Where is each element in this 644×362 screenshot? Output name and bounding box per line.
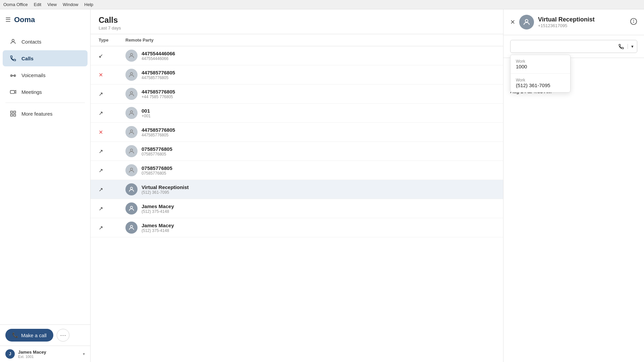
phone-icon: 📞: [12, 332, 18, 338]
call-type-cell: ↗: [99, 91, 125, 97]
party-number: 447585776805: [142, 133, 175, 137]
remote-party-cell: 447585776805 447585776805: [125, 126, 562, 138]
voicemails-icon: [9, 71, 17, 79]
party-avatar: [125, 126, 138, 138]
call-number-input[interactable]: [511, 40, 615, 53]
menu-ooma-office[interactable]: Ooma Office: [3, 2, 28, 7]
sidebar-header: ☰ Ooma: [0, 9, 90, 30]
sidebar-item-calls[interactable]: Calls: [3, 50, 88, 66]
party-name: 07585776805: [142, 165, 172, 171]
user-avatar: J: [5, 349, 15, 359]
party-info: James Macey (512) 375-4148: [142, 203, 174, 214]
party-info: 447554446066 447554446066: [142, 51, 175, 61]
sidebar-item-meetings[interactable]: Meetings: [3, 84, 88, 100]
call-type-cell: ↗: [99, 110, 125, 116]
remote-party-cell: 447585776805 +44 7585 776805: [125, 88, 562, 100]
party-info: 07585776805 07585776805: [142, 165, 172, 176]
sidebar-item-contacts[interactable]: Contacts: [3, 34, 88, 50]
contacts-icon: [9, 38, 17, 45]
make-call-label: Make a call: [21, 333, 47, 338]
user-chevron-icon[interactable]: ▾: [83, 352, 85, 356]
menu-view[interactable]: View: [47, 2, 57, 7]
party-number: (512) 375-4148: [142, 209, 174, 214]
call-type-cell: ↗: [99, 205, 125, 212]
party-info: Virtual Receptionist (512) 361-7095: [142, 184, 189, 195]
svg-point-12: [130, 111, 133, 113]
party-info: 447585776805 447585776805: [142, 70, 175, 80]
party-avatar: [125, 50, 138, 62]
more-options-button[interactable]: ⋯: [57, 329, 69, 342]
party-avatar: [125, 164, 138, 176]
remote-party-cell: 001 +001: [125, 107, 562, 119]
detail-header: ✕ Virtual Receptionist +15123617095: [503, 9, 644, 35]
remote-party-cell: James Macey (512) 375-4148: [125, 202, 562, 215]
dropdown-option-value-2: (512) 361-7095: [516, 82, 565, 88]
svg-point-9: [130, 53, 133, 56]
party-info: 447585776805 +44 7585 776805: [142, 89, 175, 99]
svg-rect-7: [14, 114, 16, 116]
user-name-info: James Macey Ext. 1001: [18, 350, 79, 359]
menu-window[interactable]: Window: [63, 2, 78, 7]
remote-party-cell: 07585776805 07585776805: [125, 145, 562, 157]
dropdown-option-work-512[interactable]: Work (512) 361-7095: [511, 74, 570, 92]
call-action-bar: ▾ Work 1000 Work (512) 361-7095: [503, 35, 644, 58]
party-name: 447585776805: [142, 70, 175, 75]
detail-contact-name: Virtual Receptionist: [538, 16, 626, 23]
party-name: James Macey: [142, 203, 174, 209]
call-type-icon: ↗: [99, 148, 103, 154]
party-name: 447585776805: [142, 127, 175, 133]
col-remote-party: Remote Party: [125, 38, 562, 43]
party-number: (512) 361-7095: [142, 190, 189, 195]
svg-rect-3: [10, 90, 15, 94]
call-type-cell: ↗: [99, 167, 125, 174]
detail-panel: ✕ Virtual Receptionist +15123617095: [503, 9, 644, 362]
call-dropdown-button[interactable]: ▾: [628, 44, 637, 49]
sidebar-item-more[interactable]: More features: [3, 106, 88, 122]
party-name: 001: [142, 108, 151, 114]
sidebar-item-voicemails[interactable]: Voicemails: [3, 67, 88, 83]
menu-help[interactable]: Help: [84, 2, 93, 7]
svg-rect-4: [11, 111, 13, 113]
sidebar-nav: Contacts Calls Voicemails: [0, 30, 90, 180]
call-phone-button[interactable]: [615, 44, 628, 50]
menu-bar: Ooma Office Edit View Window Help: [0, 0, 644, 9]
content-title-area: Calls Last 7 days: [99, 15, 121, 31]
nav-divider: [5, 103, 85, 103]
svg-point-11: [130, 92, 133, 94]
remote-party-cell: 447554446066 447554446066: [125, 50, 562, 62]
svg-rect-6: [11, 114, 13, 116]
svg-point-0: [12, 39, 14, 42]
svg-point-13: [130, 130, 133, 132]
col-type: Type: [99, 38, 125, 43]
party-avatar: [125, 145, 138, 157]
user-info-bar: J James Macey Ext. 1001 ▾: [0, 346, 90, 362]
app-logo: Ooma: [14, 15, 35, 24]
more-features-icon: [9, 110, 17, 117]
party-name: Virtual Receptionist: [142, 184, 189, 190]
call-type-icon: ↗: [99, 225, 103, 231]
call-type-cell: ↗: [99, 225, 125, 231]
call-type-cell: ↗: [99, 186, 125, 193]
party-number: 07585776805: [142, 152, 172, 157]
menu-edit[interactable]: Edit: [34, 2, 41, 7]
detail-close-button[interactable]: ✕: [510, 18, 515, 26]
party-name: 447585776805: [142, 89, 175, 95]
make-call-button[interactable]: 📞 Make a call: [5, 329, 53, 342]
detail-info-button[interactable]: [630, 18, 637, 26]
call-type-icon: ↗: [99, 91, 103, 97]
call-type-cell: ↙: [99, 53, 125, 59]
party-info: 447585776805 447585776805: [142, 127, 175, 137]
meetings-icon: [9, 88, 17, 96]
phone-dropdown: Work 1000 Work (512) 361-7095: [510, 55, 571, 93]
party-info: James Macey (512) 375-4148: [142, 223, 174, 233]
hamburger-icon[interactable]: ☰: [5, 16, 11, 23]
user-ext: Ext. 1001: [18, 355, 79, 359]
calls-icon: [9, 55, 17, 62]
dropdown-option-work-1000[interactable]: Work 1000: [511, 55, 570, 74]
dropdown-option-label-2: Work: [516, 78, 565, 82]
sidebar-bottom: 📞 Make a call ⋯: [0, 324, 90, 346]
page-title: Calls: [99, 15, 121, 25]
svg-point-15: [130, 168, 133, 170]
party-info: 07585776805 07585776805: [142, 146, 172, 157]
party-name: 447554446066: [142, 51, 175, 56]
